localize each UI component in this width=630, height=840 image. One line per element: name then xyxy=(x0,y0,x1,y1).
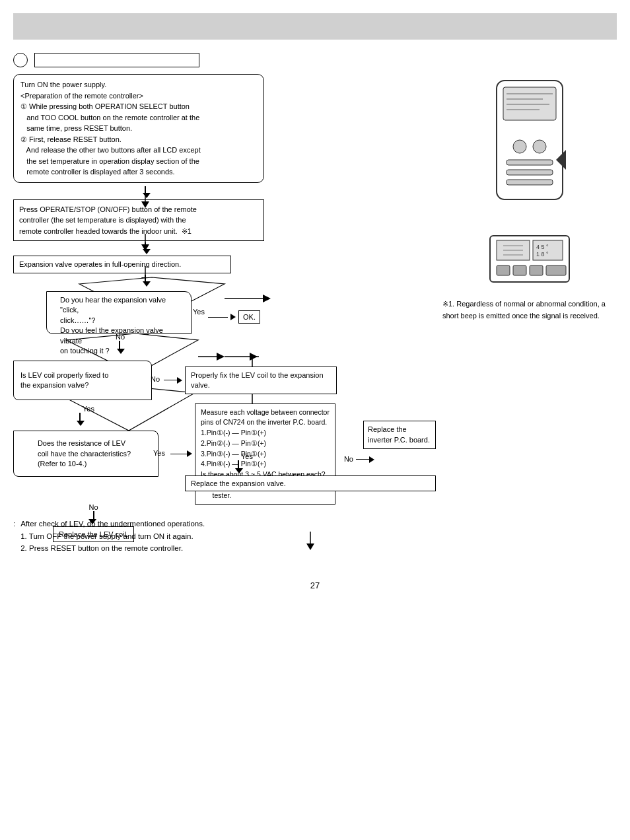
top-box xyxy=(34,53,199,67)
decision3-text: Does the resistance of LEVcoil have the … xyxy=(38,438,131,469)
svg-point-39 xyxy=(513,140,526,153)
step3-box: Expansion valve operates in full-opening… xyxy=(13,256,231,273)
measure-yes-label: Yes xyxy=(241,452,436,460)
right-column: 4 5 ° 1 8 ° ※1. Regardless of normal or … xyxy=(442,74,617,554)
svg-text:1 8 °: 1 8 ° xyxy=(536,251,549,258)
svg-point-40 xyxy=(533,140,546,153)
properly-fix-box: Properly fix the LEV coil to the expansi… xyxy=(185,367,337,395)
svg-rect-43 xyxy=(507,180,553,185)
decision1-no-label: No xyxy=(116,333,125,341)
replace-expansion-box: Replace the expansion valve. xyxy=(185,475,436,491)
svg-rect-52 xyxy=(497,265,510,275)
step3-text: Expansion valve operates in full-opening… xyxy=(19,260,181,268)
circle-indicator xyxy=(13,53,28,67)
decision2-text: Is LEV coil properly fixed tothe expansi… xyxy=(20,370,108,391)
note1-text: Regardless of normal or abnormal conditi… xyxy=(442,300,606,320)
note1-marker: ※1. xyxy=(442,300,454,308)
ok-box: OK. xyxy=(238,310,260,324)
svg-rect-55 xyxy=(546,265,566,275)
page-container: Turn ON the power supply. <Preparation o… xyxy=(0,0,630,840)
decision3-no-label: No xyxy=(89,503,98,511)
step2-text: Press OPERATE/STOP (ON/OFF) button of th… xyxy=(19,205,197,235)
note1-box: ※1. Regardless of normal or abnormal con… xyxy=(442,298,617,322)
decision3-yes-label: Yes xyxy=(153,449,165,457)
remote-controller-image xyxy=(442,74,617,219)
step1-text: Turn ON the power supply. <Preparation o… xyxy=(20,81,201,176)
step2-box: Press OPERATE/STOP (ON/OFF) button of th… xyxy=(13,199,264,242)
footer-line3: 2. Press RESET button on the remote cont… xyxy=(20,544,183,552)
step1-box: Turn ON the power supply. <Preparation o… xyxy=(13,74,264,183)
footer-line1: After check of LEV, do the undermentione… xyxy=(20,520,205,528)
footer-note: : After check of LEV, do the undermentio… xyxy=(13,518,436,554)
flowchart-area: Turn ON the power supply. <Preparation o… xyxy=(13,74,436,554)
svg-rect-41 xyxy=(507,160,553,165)
svg-rect-54 xyxy=(530,265,543,275)
replace-inverter-box: Replace the inverter P.C. board. xyxy=(363,421,436,449)
decision1-yes-label: Yes xyxy=(193,308,205,316)
svg-rect-33 xyxy=(503,87,556,120)
page-number: 27 xyxy=(13,580,617,590)
footer-line2: 1. Turn OFF the power supply and turn ON… xyxy=(20,532,193,540)
decision2-no-label: No xyxy=(151,375,160,383)
header-bar xyxy=(13,13,617,40)
footer-marker: : xyxy=(13,518,15,554)
svg-text:4 5 °: 4 5 ° xyxy=(536,244,549,250)
svg-rect-53 xyxy=(513,265,526,275)
svg-rect-42 xyxy=(507,170,553,175)
display-unit-image: 4 5 ° 1 8 ° xyxy=(442,232,617,285)
